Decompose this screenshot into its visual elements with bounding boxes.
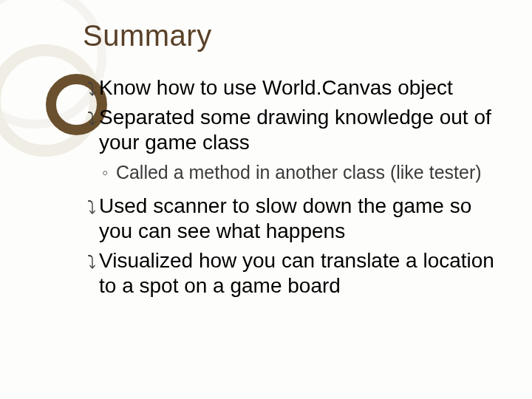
sub-bullet-text: Called a method in another class (like t… [116, 161, 508, 184]
bullet-icon: ⤵ [87, 197, 96, 218]
bullet-text: Separated some drawing knowledge out of … [99, 105, 508, 155]
bullet-text: Visualized how you can translate a locat… [99, 248, 508, 299]
bullet-icon: ⤵ [87, 108, 96, 129]
bullet-icon: ⤵ [87, 251, 96, 273]
bullet-item: ⤵ Visualized how you can translate a loc… [87, 248, 508, 299]
bullet-text: Used scanner to slow down the game so yo… [99, 194, 508, 244]
sub-bullet-icon: ◦ [102, 161, 109, 184]
bullet-item: ⤵ Know how to use World.Canvas object [87, 75, 508, 100]
bullet-text: Know how to use World.Canvas object [99, 75, 508, 100]
bullet-item: ⤵ Separated some drawing knowledge out o… [87, 105, 508, 155]
sub-bullet-item: ◦ Called a method in another class (like… [102, 161, 508, 184]
slide-title: Summary [83, 19, 212, 52]
bullet-icon: ⤵ [87, 78, 96, 100]
bullet-item: ⤵ Used scanner to slow down the game so … [87, 194, 508, 244]
slide-body: ⤵ Know how to use World.Canvas object ⤵ … [87, 75, 508, 303]
slide: Summary ⤵ Know how to use World.Canvas o… [0, 0, 532, 399]
